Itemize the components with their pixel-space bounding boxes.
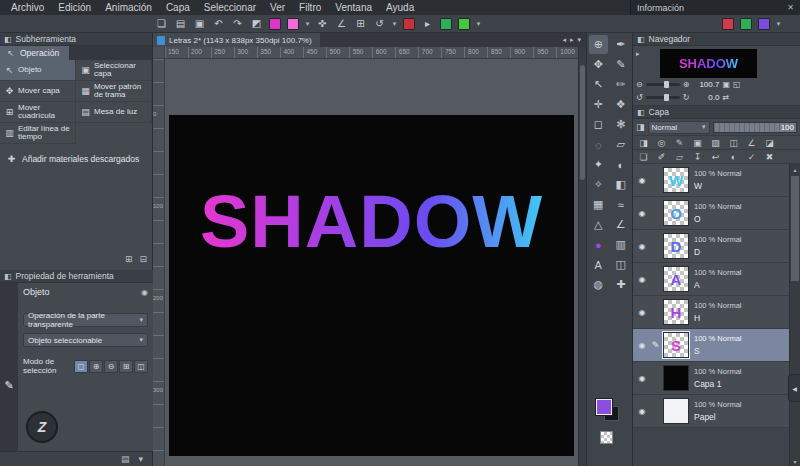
- layer-row[interactable]: ◉ ✎ A 100 % Normal A: [633, 263, 789, 296]
- pen-tool-icon[interactable]: ✒: [611, 35, 630, 54]
- selection-mode-multiple[interactable]: ⊞: [119, 360, 133, 373]
- menu-item[interactable]: Filtro: [292, 0, 328, 15]
- balloon-tool-icon[interactable]: ◍: [589, 275, 608, 294]
- add-downloaded-materials-button[interactable]: ✚ Añadir materiales descargados: [0, 144, 152, 174]
- new-folder-icon[interactable]: ▱: [671, 150, 688, 163]
- eye-icon[interactable]: ◉: [141, 288, 148, 297]
- fit-to-screen-icon[interactable]: ▣: [722, 80, 730, 89]
- canvas-viewport[interactable]: SHADOW: [165, 59, 578, 466]
- transparent-part-operation-dropdown[interactable]: Operación de la parte transparente ▾: [23, 313, 148, 327]
- selection-launcher-icon[interactable]: ✜: [313, 17, 332, 31]
- reset-rotation-icon[interactable]: ⇄: [722, 93, 729, 102]
- eyedropper-tool-icon[interactable]: ✧: [589, 175, 608, 194]
- layer-visibility-eye-icon[interactable]: ◉: [636, 407, 648, 416]
- brush-tool-icon[interactable]: ✏: [611, 75, 630, 94]
- play-icon[interactable]: ▸: [418, 17, 437, 31]
- decoration-tool-icon[interactable]: ✻: [611, 115, 630, 134]
- blend-mode-dropdown[interactable]: Normal ▾: [648, 121, 710, 134]
- lock-transparency-icon[interactable]: ▨: [707, 136, 724, 149]
- rotate-cw-icon[interactable]: ↻: [683, 93, 690, 102]
- gradient-tool-icon[interactable]: ●: [589, 235, 608, 254]
- fill-tool-icon[interactable]: ◧: [611, 175, 630, 194]
- layer-visibility-eye-icon[interactable]: ◉: [636, 374, 648, 383]
- subtool-mover-capa[interactable]: ✥ Mover capa: [0, 81, 76, 102]
- layer-visibility-eye-icon[interactable]: ◉: [636, 176, 648, 185]
- scrollbar-thumb[interactable]: [580, 65, 585, 180]
- selection-mode-add[interactable]: ⊕: [89, 360, 103, 373]
- material-swatch-green[interactable]: [740, 18, 752, 30]
- animation-menu-caret[interactable]: ▾: [473, 17, 484, 31]
- ruler-icon[interactable]: ∠: [743, 136, 760, 149]
- new-vector-layer-icon[interactable]: ✐: [653, 150, 670, 163]
- layer-thumbnail[interactable]: [663, 398, 689, 424]
- delete-subtool-icon[interactable]: ⊟: [139, 254, 147, 264]
- layer-visibility-eye-icon[interactable]: ◉: [636, 242, 648, 251]
- open-icon[interactable]: ▤: [171, 17, 190, 31]
- panel-collapse-chevron[interactable]: ◀: [788, 374, 800, 402]
- layer-visibility-eye-icon[interactable]: ◉: [636, 275, 648, 284]
- menu-item[interactable]: Animación: [98, 0, 159, 15]
- subtool-seleccionar-capa[interactable]: ▣ Seleccionar capa: [76, 60, 152, 81]
- menu-item[interactable]: Edición: [51, 0, 98, 15]
- layer-row[interactable]: ◉ ✎ O 100 % Normal O: [633, 197, 789, 230]
- new-raster-layer-icon[interactable]: ❏: [635, 150, 652, 163]
- timeline-swatch-red[interactable]: [403, 18, 415, 30]
- opacity-slider[interactable]: 100: [713, 122, 797, 133]
- lasso-tool-icon[interactable]: ◌: [589, 135, 608, 154]
- snap-ruler-icon[interactable]: ∠: [332, 17, 351, 31]
- layer-row[interactable]: ◉ ✎ S 100 % Normal S: [633, 329, 789, 362]
- layer-visibility-eye-icon[interactable]: ◉: [636, 341, 648, 350]
- scroll-up-icon[interactable]: ▴: [790, 164, 800, 174]
- document-tab[interactable]: Letras 2* (1143 x 838px 350dpi 100.7%): [153, 33, 320, 47]
- zoom-in-icon[interactable]: ⊕: [683, 80, 690, 89]
- document-canvas[interactable]: SHADOW: [169, 115, 574, 456]
- layer-thumbnail[interactable]: O: [663, 200, 689, 226]
- pencil-tool-icon[interactable]: ✎: [611, 55, 630, 74]
- subtool-mover-patron-trama[interactable]: ▦ Mover patrón de trama: [76, 81, 152, 102]
- pencil-icon[interactable]: ✎: [4, 379, 13, 392]
- main-color-swatch[interactable]: [596, 399, 612, 415]
- zoom-slider-knob[interactable]: [664, 81, 669, 88]
- menu-item[interactable]: Seleccionar: [197, 0, 263, 15]
- layer-visibility-eye-icon[interactable]: ◉: [636, 308, 648, 317]
- subtool-editar-linea-tiempo[interactable]: ▥ Editar línea de tiempo: [0, 123, 76, 144]
- panel-options-icon[interactable]: ▤: [121, 454, 130, 464]
- panel-collapse-icon[interactable]: ▾: [138, 454, 143, 464]
- layer-thumbnail[interactable]: W: [663, 167, 689, 193]
- layer-thumbnail[interactable]: A: [663, 266, 689, 292]
- transfer-to-below-icon[interactable]: ↧: [689, 150, 706, 163]
- layer-thumbnail[interactable]: S: [663, 332, 689, 358]
- swatch-menu-caret[interactable]: ▾: [302, 17, 313, 31]
- panel-menu-caret[interactable]: ▾: [773, 17, 784, 31]
- layer-thumbnail[interactable]: H: [663, 299, 689, 325]
- layer-visibility-eye-icon[interactable]: ◉: [636, 209, 648, 218]
- mask-tool-icon[interactable]: ◫: [611, 255, 630, 274]
- navigator-expand-icon[interactable]: ▸: [636, 50, 640, 58]
- settings-tool-icon[interactable]: ✚: [611, 275, 630, 294]
- layer-row[interactable]: ◉ ✎ D 100 % Normal D: [633, 230, 789, 263]
- layer-list-scrollbar[interactable]: ▴ ▾: [789, 164, 800, 466]
- canvas-vertical-scrollbar[interactable]: [578, 47, 586, 466]
- text-tool-icon[interactable]: A: [589, 255, 608, 274]
- menu-item[interactable]: Ver: [263, 0, 292, 15]
- enable-mask-icon[interactable]: ◫: [725, 136, 742, 149]
- redo-icon[interactable]: ↷: [228, 17, 247, 31]
- layer-row[interactable]: ◉ ✎ 100 % Normal Papel: [633, 395, 789, 428]
- pattern-swatch-green[interactable]: [458, 18, 470, 30]
- delete-layer-icon[interactable]: ✖: [761, 150, 778, 163]
- rotate-slider-knob[interactable]: [664, 94, 669, 101]
- menu-item[interactable]: Capa: [159, 0, 197, 15]
- selection-mode-new[interactable]: ◻: [74, 360, 88, 373]
- layer-thumbnail[interactable]: D: [663, 233, 689, 259]
- reference-layer-icon[interactable]: ◎: [653, 136, 670, 149]
- selection-tool-icon[interactable]: ◻: [589, 115, 608, 134]
- material-swatch-red[interactable]: [722, 18, 734, 30]
- correction-tool-icon[interactable]: ≈: [611, 195, 630, 214]
- auto-select-tool-icon[interactable]: ✦: [589, 155, 608, 174]
- foreground-swatch[interactable]: [269, 18, 281, 30]
- move-tool-icon[interactable]: ✥: [589, 55, 608, 74]
- tab-menu-icon[interactable]: ▾: [577, 36, 581, 44]
- scroll-down-icon[interactable]: ▾: [790, 456, 800, 466]
- layer-color-icon[interactable]: ◪: [761, 136, 778, 149]
- layer-row[interactable]: ◉ ✎ H 100 % Normal H: [633, 296, 789, 329]
